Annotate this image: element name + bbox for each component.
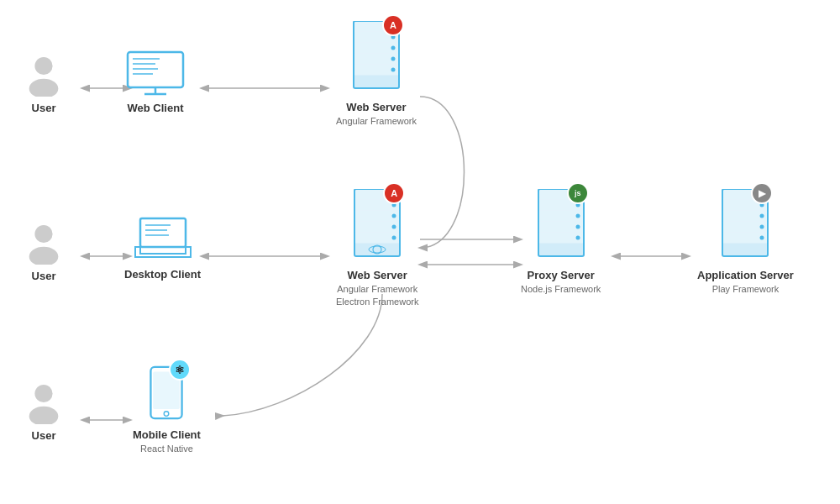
svg-rect-55 xyxy=(538,244,584,255)
svg-rect-23 xyxy=(354,76,399,87)
svg-point-73 xyxy=(34,385,52,402)
angular-badge1: A xyxy=(382,14,404,36)
svg-point-44 xyxy=(392,214,396,218)
react-badge: ⚛ xyxy=(169,359,191,381)
web-server2-node: A Web Server Angular FrameworkElectron F… xyxy=(336,189,418,309)
web-server2-label: Web Server xyxy=(348,269,407,283)
svg-point-29 xyxy=(34,225,52,243)
user2-label: User xyxy=(32,270,56,284)
svg-point-28 xyxy=(391,68,395,72)
proxy-server-sublabel: Node.js Framework xyxy=(521,283,601,296)
user3-node: User xyxy=(25,382,62,444)
user2-node: User xyxy=(25,223,62,284)
app-server-sublabel: Play Framework xyxy=(712,283,779,296)
architecture-diagram: User Web Client xyxy=(0,0,840,504)
svg-point-9 xyxy=(29,79,59,97)
svg-point-71 xyxy=(760,225,764,229)
svg-point-46 xyxy=(392,236,396,240)
svg-point-26 xyxy=(391,46,395,50)
user1-node: User xyxy=(25,55,62,116)
web-server1-node: A Web Server Angular Framework xyxy=(336,21,417,128)
svg-point-74 xyxy=(29,407,59,424)
svg-point-30 xyxy=(29,247,59,265)
svg-point-58 xyxy=(575,214,580,218)
svg-point-72 xyxy=(760,236,764,240)
svg-rect-67 xyxy=(722,244,768,255)
user1-label: User xyxy=(32,102,56,116)
nodejs-badge: js xyxy=(567,182,589,204)
web-client-icon xyxy=(126,50,185,97)
svg-point-59 xyxy=(575,225,580,229)
web-client-node: Web Client xyxy=(126,50,185,116)
app-server-label: Application Server xyxy=(697,269,794,283)
mobile-client-sublabel: React Native xyxy=(140,443,193,455)
user3-icon xyxy=(25,382,62,424)
svg-point-27 xyxy=(391,57,395,61)
web-server1-label: Web Server xyxy=(346,101,406,115)
svg-point-70 xyxy=(760,214,764,218)
proxy-server-node: js Proxy Server Node.js Framework xyxy=(521,189,601,296)
mobile-client-label: Mobile Client xyxy=(133,428,201,443)
desktop-client-label: Desktop Client xyxy=(124,268,201,282)
user3-label: User xyxy=(32,429,56,444)
svg-point-60 xyxy=(575,236,580,240)
web-server2-sublabel: Angular FrameworkElectron Framework xyxy=(336,283,418,309)
web-server1-sublabel: Angular Framework xyxy=(336,115,417,128)
user2-icon xyxy=(25,223,62,265)
web-client-label: Web Client xyxy=(128,102,184,116)
desktop-client-node: Desktop Client xyxy=(124,217,201,282)
app-server-node: ▶ Application Server Play Framework xyxy=(697,189,794,296)
svg-rect-31 xyxy=(140,218,186,247)
proxy-server-label: Proxy Server xyxy=(528,269,595,283)
user1-icon xyxy=(25,55,62,97)
mobile-client-node: ⚛ Mobile Client React Native xyxy=(133,365,201,455)
svg-point-45 xyxy=(392,225,396,229)
desktop-client-icon xyxy=(134,217,192,263)
svg-point-77 xyxy=(165,412,170,417)
svg-point-8 xyxy=(34,57,52,75)
svg-rect-10 xyxy=(128,52,183,87)
